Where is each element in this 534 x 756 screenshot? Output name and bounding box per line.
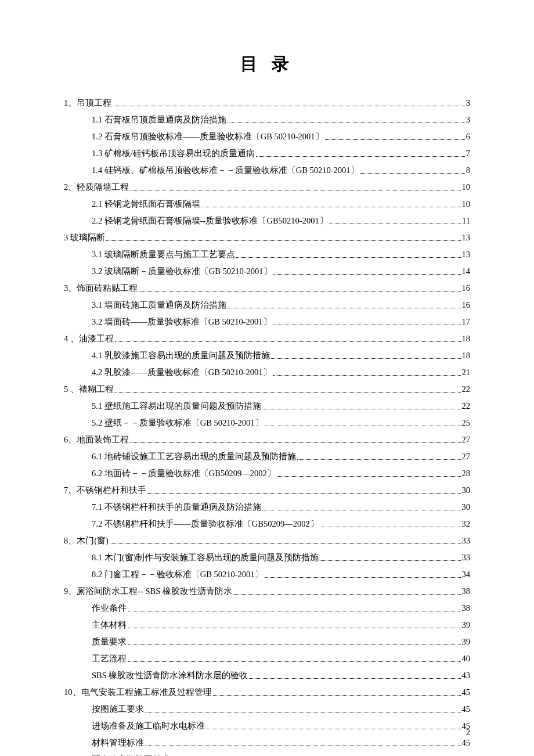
toc-entry-label: 进场准备及施工临时水电标准 bbox=[92, 718, 205, 735]
toc-entry[interactable]: 主体材料39 bbox=[64, 617, 470, 633]
toc-entry[interactable]: 2.1 轻钢龙骨纸面石膏板隔墙10 bbox=[64, 196, 470, 213]
toc-entry[interactable]: 工艺流程40 bbox=[64, 650, 470, 667]
toc-entry-label: 6.1 地砖铺设施工工艺容易出现的质量问题及预防措施 bbox=[92, 448, 296, 465]
toc-entry-page: 25 bbox=[462, 415, 471, 431]
toc-entry-page: 39 bbox=[462, 633, 471, 650]
toc-entry-label: 主体材料 bbox=[92, 617, 127, 633]
toc-entry-label: 1、吊顶工程 bbox=[64, 95, 111, 111]
toc-entry[interactable]: 7、不锈钢栏杆和扶手30 bbox=[64, 482, 470, 499]
toc-leader-dots bbox=[325, 139, 465, 140]
toc-leader-dots bbox=[110, 543, 461, 544]
toc-entry-page: 45 bbox=[462, 701, 471, 718]
toc-entry[interactable]: SBS 橡胶改性沥青防水涂料防水层的验收43 bbox=[64, 667, 470, 684]
toc-entry[interactable]: 1.3 矿棉板/硅钙板吊顶容易出现的质量通病7 bbox=[64, 145, 470, 162]
toc-entry[interactable]: 4.2 乳胶漆——质量验收标准〔GB 50210-2001〕21 bbox=[64, 364, 470, 381]
toc-entry-label: 1.2 石膏板吊顶验收标准——质量验收标准〔GB 50210-2001〕 bbox=[92, 128, 324, 145]
toc-entry-label: 8.1 木门(窗)制作与安装施工容易出现的质量问题及预防措施 bbox=[92, 549, 319, 566]
toc-entry-label: 3.2 墙面砖——质量验收标准〔GB 50210-2001〕 bbox=[92, 314, 272, 330]
toc-leader-dots bbox=[265, 426, 461, 426]
toc-entry-page: 27 bbox=[462, 448, 471, 465]
toc-entry-label: 9、厕浴间防水工程-- SBS 橡胶改性沥青防水 bbox=[64, 583, 232, 600]
toc-entry[interactable]: 4 、油漆工程18 bbox=[64, 330, 470, 347]
toc-leader-dots bbox=[128, 661, 461, 662]
toc-entry[interactable]: 6、地面装饰工程27 bbox=[64, 431, 470, 448]
toc-entry-label: 1.3 矿棉板/硅钙板吊顶容易出现的质量通病 bbox=[92, 145, 255, 162]
toc-entry-page: 10 bbox=[462, 196, 471, 213]
toc-entry-label: 4.2 乳胶漆——质量验收标准〔GB 50210-2001〕 bbox=[92, 364, 272, 381]
toc-entry-page: 38 bbox=[462, 600, 471, 617]
toc-entry-page: 45 bbox=[462, 684, 471, 701]
toc-entry-label: 2.2 轻钢龙骨纸面石膏板隔墙--质量验收标准〔GB50210-2001〕 bbox=[92, 213, 328, 229]
toc-entry-page: 3 bbox=[466, 111, 470, 128]
toc-entry-page: 16 bbox=[462, 297, 471, 314]
toc-leader-dots bbox=[360, 173, 465, 174]
toc-entry[interactable]: 按图施工要求45 bbox=[64, 701, 470, 718]
toc-leader-dots bbox=[256, 156, 465, 157]
toc-entry[interactable]: 2、轻质隔墙工程10 bbox=[64, 179, 470, 196]
toc-entry-page: 16 bbox=[462, 280, 471, 297]
toc-entry-label: 作业条件 bbox=[92, 600, 127, 617]
toc-leader-dots bbox=[329, 224, 461, 224]
toc-entry[interactable]: 3、饰面砖粘贴工程16 bbox=[64, 280, 470, 297]
toc-entry[interactable]: 配电箱安装施工标准：46 bbox=[64, 751, 470, 756]
toc-entry-page: 33 bbox=[462, 532, 471, 549]
toc-entry[interactable]: 6.1 地砖铺设施工工艺容易出现的质量问题及预防措施27 bbox=[64, 448, 470, 465]
toc-entry-label: 配电箱安装施工标准： bbox=[92, 751, 179, 756]
toc-entry[interactable]: 5 、裱糊工程22 bbox=[64, 381, 470, 398]
toc-entry-page: 14 bbox=[462, 263, 471, 280]
toc-entry[interactable]: 8.1 木门(窗)制作与安装施工容易出现的质量问题及预防措施33 bbox=[64, 549, 470, 566]
toc-leader-dots bbox=[130, 442, 460, 443]
toc-entry-label: 3.2 玻璃隔断－质量验收标准〔GB 50210-2001〕 bbox=[92, 263, 272, 280]
toc-entry[interactable]: 3.1 玻璃隔断质量要点与施工工艺要点13 bbox=[64, 246, 470, 263]
toc-entry[interactable]: 10、电气安装工程施工标准及过程管理45 bbox=[64, 684, 470, 701]
toc-leader-dots bbox=[297, 459, 461, 460]
toc-entry[interactable]: 3.2 玻璃隔断－质量验收标准〔GB 50210-2001〕14 bbox=[64, 263, 470, 280]
toc-entry[interactable]: 7.2 不锈钢栏杆和扶手——质量验收标准〔GB50209—2002〕32 bbox=[64, 516, 470, 532]
toc-entry-label: 4.1 乳胶漆施工容易出现的质量问题及预防措施 bbox=[92, 347, 270, 364]
toc-leader-dots bbox=[262, 510, 461, 510]
toc-leader-dots bbox=[147, 493, 460, 494]
toc-entry[interactable]: 7.1 不锈钢栏杆和扶手的质量通病及防治措施30 bbox=[64, 499, 470, 516]
toc-entry-label: 7.2 不锈钢栏杆和扶手——质量验收标准〔GB50209—2002〕 bbox=[92, 516, 319, 532]
toc-entry-label: 5 、裱糊工程 bbox=[64, 381, 114, 398]
toc-entry[interactable]: 质量要求39 bbox=[64, 633, 470, 650]
toc-entry[interactable]: 1.2 石膏板吊顶验收标准——质量验收标准〔GB 50210-2001〕6 bbox=[64, 128, 470, 145]
toc-leader-dots bbox=[106, 240, 461, 241]
toc-entry[interactable]: 5.2 壁纸－－质量验收标准〔GB 50210-2001〕25 bbox=[64, 415, 470, 431]
toc-leader-dots bbox=[228, 308, 461, 308]
toc-entry-page: 6 bbox=[466, 128, 470, 145]
toc-entry-label: 1.4 硅钙板、矿棉板吊顶验收标准－－质量验收标准〔GB 50210-2001〕 bbox=[92, 162, 359, 179]
toc-entry-page: 22 bbox=[462, 398, 471, 415]
toc-entry[interactable]: 8.2 门窗工程－－验收标准〔GB 50210-2001〕34 bbox=[64, 566, 470, 583]
toc-entry[interactable]: 3.1 墙面砖施工质量通病及防治措施16 bbox=[64, 297, 470, 314]
toc-entry[interactable]: 1.1 石膏板吊顶质量通病及防治措施3 bbox=[64, 111, 470, 128]
toc-leader-dots bbox=[320, 527, 461, 527]
toc-leader-dots bbox=[201, 207, 461, 207]
toc-entry[interactable]: 8、木门(窗)33 bbox=[64, 532, 470, 549]
toc-entry[interactable]: 作业条件38 bbox=[64, 600, 470, 617]
toc-entry-label: 工艺流程 bbox=[92, 650, 127, 667]
toc-leader-dots bbox=[233, 594, 461, 595]
toc-entry[interactable]: 3 玻璃隔断13 bbox=[64, 229, 470, 246]
toc-entry[interactable]: 2.2 轻钢龙骨纸面石膏板隔墙--质量验收标准〔GB50210-2001〕11 bbox=[64, 213, 470, 229]
toc-entry-label: 8、木门(窗) bbox=[64, 532, 109, 549]
toc-entry[interactable]: 9、厕浴间防水工程-- SBS 橡胶改性沥青防水38 bbox=[64, 583, 470, 600]
toc-entry-label: 5.1 壁纸施工容易出现的质量问题及预防措施 bbox=[92, 398, 261, 415]
toc-leader-dots bbox=[128, 611, 461, 611]
toc-entry-label: 8.2 门窗工程－－验收标准〔GB 50210-2001〕 bbox=[92, 566, 264, 583]
toc-entry[interactable]: 1.4 硅钙板、矿棉板吊顶验收标准－－质量验收标准〔GB 50210-2001〕… bbox=[64, 162, 470, 179]
toc-entry-page: 28 bbox=[462, 465, 471, 482]
toc-entry[interactable]: 1、吊顶工程3 bbox=[64, 95, 470, 111]
toc-entry-page: 34 bbox=[462, 566, 471, 583]
toc-leader-dots bbox=[271, 358, 461, 359]
toc-entry[interactable]: 进场准备及施工临时水电标准45 bbox=[64, 718, 470, 735]
toc-entry[interactable]: 6.2 地面砖－－质量验收标准〔GB50209—2002〕28 bbox=[64, 465, 470, 482]
table-of-contents: 1、吊顶工程31.1 石膏板吊顶质量通病及防治措施31.2 石膏板吊顶验收标准—… bbox=[64, 95, 470, 756]
toc-entry-page: 18 bbox=[462, 347, 471, 364]
toc-entry[interactable]: 4.1 乳胶漆施工容易出现的质量问题及预防措施18 bbox=[64, 347, 470, 364]
toc-leader-dots bbox=[128, 645, 461, 645]
toc-entry-label: 5.2 壁纸－－质量验收标准〔GB 50210-2001〕 bbox=[92, 415, 264, 431]
toc-entry[interactable]: 材料管理标准45 bbox=[64, 735, 470, 751]
toc-entry[interactable]: 3.2 墙面砖——质量验收标准〔GB 50210-2001〕17 bbox=[64, 314, 470, 330]
toc-entry[interactable]: 5.1 壁纸施工容易出现的质量问题及预防措施22 bbox=[64, 398, 470, 415]
